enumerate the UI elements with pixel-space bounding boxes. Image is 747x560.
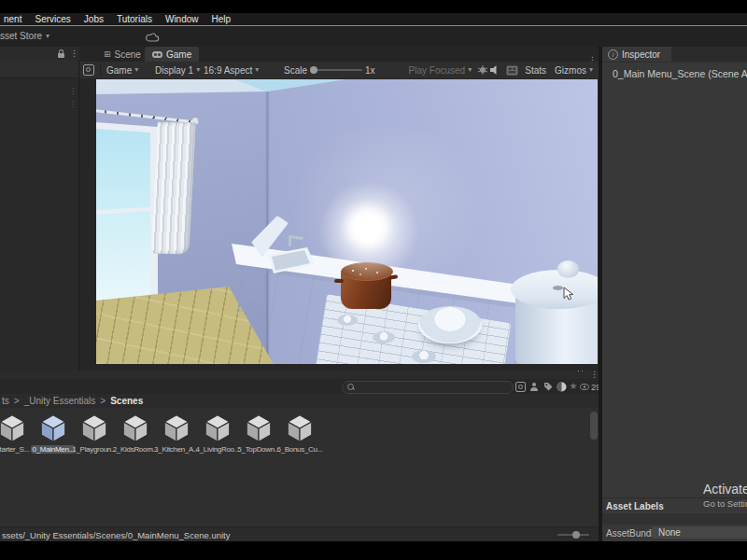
asset-item[interactable]: 6_Bonus_Cu... [278,413,321,463]
menu-item-services[interactable]: Services [35,14,70,24]
menu-bar: nent Services Jobs Tutorials Window Help [0,13,747,26]
selected-asset-path: ssets/_Unity Essentials/Scenes/0_MainMen… [0,530,231,540]
kebab-menu-icon[interactable]: ⋮ [69,93,77,110]
asset-item[interactable]: 2_KidsRoom... [114,413,157,463]
project-toolbar: ★ 29 [0,379,599,395]
left-panel: ⋮ ⋮ ⋮ [0,47,79,371]
tab-inspector[interactable]: i Inspector [602,47,671,62]
unity-editor-window: nent Services Jobs Tutorials Window Help… [0,0,747,560]
tab-game[interactable]: Game [145,47,199,62]
trash-can-lid-knob [557,260,579,278]
chevron-down-icon: ▾ [468,66,472,74]
scale-control: Scale 1x [284,65,375,76]
asset-store-button[interactable]: sset Store ▾ [0,31,49,41]
chevron-down-icon: ▾ [589,66,593,74]
project-panel: ⋮ ★ 29 ts > _Unity Essentials > [0,371,599,541]
kebab-menu-icon[interactable]: ⋮ [70,49,78,58]
stats-toggle[interactable]: Stats [525,65,546,76]
project-scrollbar[interactable] [590,412,598,440]
bug-icon[interactable] [477,64,488,76]
filter-by-type-icon[interactable] [529,381,540,392]
windows-activation-watermark: Activate W [703,482,747,497]
menu-item-help[interactable]: Help [212,14,232,24]
cabinet-drawer [233,271,261,287]
inspector-asset-title: 0_Main Menu_Scene (Scene Asset) [613,68,747,79]
cloud-sync-icon[interactable] [146,33,160,42]
curtain [150,122,195,255]
cabinet-drawer [237,295,264,312]
open-in-search-icon[interactable] [514,381,526,392]
play-focused-dropdown[interactable]: Play Focused▾ [409,65,472,76]
gamepad-icon [152,51,162,58]
search-icon [347,384,354,390]
scale-slider[interactable] [310,69,362,71]
menu-item-component[interactable]: nent [4,14,21,24]
divider [100,64,101,76]
menu-item-tutorials[interactable]: Tutorials [117,14,152,24]
display-dropdown[interactable]: Display 1▾ [155,65,204,76]
asset-item[interactable]: Starter_S... [0,413,34,463]
scale-value: 1x [365,65,375,76]
project-header-row: ⋮ [0,371,599,379]
mute-audio-speaker-icon[interactable] [489,64,500,76]
scene-grid-icon: ⊞ [104,49,111,59]
menu-item-jobs[interactable]: Jobs [84,14,104,24]
game-view-toolbar: Game▾ Display 1▾ 16:9 Aspect▾ Scale 1x P… [79,62,599,79]
eye-icon [580,384,589,390]
project-status-bar: ssets/_Unity Essentials/Scenes/0_MainMen… [0,526,599,541]
scale-slider-knob[interactable] [310,66,317,74]
chevron-down-icon: ▾ [46,33,49,40]
point-light-core [346,206,389,247]
favorite-star-icon[interactable]: ★ [568,381,579,392]
game-viewport-3d-scene[interactable] [96,79,598,364]
zoom-slider-knob[interactable] [572,531,580,539]
asset-labels-body [602,513,747,525]
left-panel-toolbar [0,61,78,78]
asset-item[interactable]: 1_Playgroun... [73,413,116,463]
frame-stats-grid-icon[interactable] [506,65,518,76]
white-bowl [418,306,482,343]
pot-handle [334,279,344,283]
assetbundle-row: AssetBundle None [602,525,747,541]
chevron-down-icon: ▾ [255,66,259,74]
project-asset-grid: Starter_S... 0_MainMen... 1_Playgroun...… [0,408,599,526]
left-panel-header: ⋮ [0,47,84,61]
hidden-count[interactable]: 29 [580,382,599,392]
mouse-cursor [563,287,576,301]
inspector-asset-header: 0_Main Menu_Scene (Scene Asset) [602,62,747,86]
stove-burner [373,331,395,343]
breadcrumb-sep: > [14,396,20,406]
inspector-panel: i Inspector 0_Main Menu_Scene (Scene Ass… [602,47,747,541]
menu-item-window[interactable]: Window [165,14,199,24]
tab-scene[interactable]: ⊞ Scene [96,47,148,62]
asset-item[interactable]: 5_TopDown... [237,413,280,463]
search-input[interactable] [342,381,514,394]
asset-item[interactable]: 3_Kitchen_A... [155,413,198,463]
picker-icon[interactable] [83,64,94,76]
filter-by-label-icon[interactable] [543,381,554,392]
breadcrumb-root[interactable]: ts [2,396,9,406]
breadcrumb-folder[interactable]: _Unity Essentials [24,396,96,406]
faucet-base [289,238,291,246]
info-toggle-icon[interactable] [556,381,567,392]
chevron-down-icon: ▾ [134,66,138,74]
gizmos-dropdown[interactable]: Gizmos▾ [555,65,593,76]
aspect-dropdown[interactable]: 16:9 Aspect▾ [204,65,280,76]
chevron-down-icon: ▾ [196,66,200,74]
stove-burner [412,350,436,363]
asset-item[interactable]: 0_MainMen... [32,413,75,463]
thumbnail-zoom-slider[interactable] [557,534,589,536]
lock-icon[interactable] [58,53,64,58]
breadcrumb-sep: > [100,396,106,406]
view-dropdown[interactable]: Game▾ [106,65,155,76]
breadcrumb: ts > _Unity Essentials > Scenes [0,394,599,409]
asset-item[interactable]: 4_LivingRoo... [196,413,239,463]
stove-burner [337,315,358,326]
main-toolbar: sset Store ▾ [0,26,747,47]
trash-can-lid-slot [553,286,563,290]
kebab-menu-icon[interactable]: ⋮ [590,371,599,379]
assetbundle-dropdown[interactable]: None [652,526,747,539]
breadcrumb-current[interactable]: Scenes [110,396,143,406]
info-circle-icon: i [608,49,618,60]
windows-activation-watermark-sub: Go to Settin [703,498,747,509]
